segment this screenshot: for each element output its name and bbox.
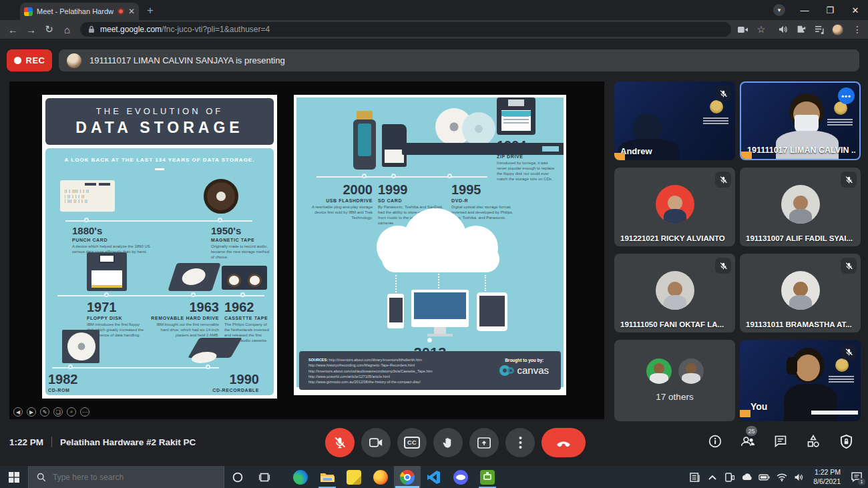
window-close-button[interactable]: ✕ bbox=[843, 0, 868, 20]
wifi-icon[interactable] bbox=[776, 471, 787, 483]
tablet-icon bbox=[477, 292, 507, 331]
captions-button[interactable]: CC bbox=[397, 428, 427, 457]
tray-clock[interactable]: 1:22 PM 8/6/2021 bbox=[811, 468, 843, 485]
battery-icon[interactable] bbox=[758, 471, 770, 483]
timeline-entry: 1963 REMOVABLE HARD DRIVE IBM brought ou… bbox=[150, 300, 219, 338]
virtual-bg-crest bbox=[835, 358, 849, 372]
display-cast-icon[interactable] bbox=[724, 471, 735, 483]
taskbar-app-firefox[interactable] bbox=[367, 466, 394, 488]
home-button[interactable]: ⌂ bbox=[58, 24, 76, 35]
participant-tile-andrew[interactable]: Andrew bbox=[614, 81, 735, 160]
taskbar-app-chrome[interactable] bbox=[394, 466, 421, 488]
news-widget-icon[interactable] bbox=[689, 471, 700, 483]
screen-recorder-icon bbox=[480, 470, 495, 485]
participant-tile-others[interactable]: 17 others bbox=[614, 340, 735, 421]
participant-tile-alif[interactable]: 191131007 ALIF FADIL SYAI... bbox=[740, 168, 861, 246]
participant-tile-ricky[interactable]: 191221021 RICKY ALVIANTO bbox=[614, 168, 735, 246]
volume-icon[interactable] bbox=[793, 471, 805, 483]
sticky-notes-icon bbox=[347, 470, 361, 485]
tab-audio-icon[interactable] bbox=[777, 23, 790, 35]
reload-button[interactable]: ↻ bbox=[40, 23, 58, 35]
presentation-controls: ◀ ▶ ✎ ❏ ⌕ ⋯ bbox=[13, 407, 89, 417]
timeline-entry: 1982 CD-ROM Sony and Philips were the fi… bbox=[48, 373, 125, 395]
avatar bbox=[656, 185, 694, 224]
infographic-title-line2: DATA STORAGE bbox=[75, 119, 243, 137]
search-input[interactable] bbox=[53, 473, 200, 482]
media-controls-icon[interactable] bbox=[813, 23, 826, 35]
chat-button[interactable] bbox=[773, 434, 788, 449]
mic-off-icon bbox=[715, 85, 731, 101]
shared-screen[interactable]: THE EVOLUTION OF DATA STORAGE A LOOK BAC… bbox=[9, 81, 604, 419]
browser-tab[interactable]: Meet - Pelatihan Hardware # ✕ bbox=[20, 3, 139, 20]
taskbar-search[interactable] bbox=[28, 466, 224, 488]
host-controls-button[interactable] bbox=[839, 434, 853, 449]
taskbar-app-explorer[interactable] bbox=[314, 466, 341, 488]
address-bar[interactable]: meet.google.com/fnc-juco-vti?pli=1&authu… bbox=[80, 22, 731, 37]
pen-tool-button[interactable]: ✎ bbox=[40, 407, 49, 417]
browser-titlebar: Meet - Pelatihan Hardware # ✕ + ▾ — ❐ ✕ bbox=[0, 0, 868, 20]
browser-menu-icon[interactable]: ⋮ bbox=[851, 23, 864, 35]
more-tools-button[interactable]: ⋯ bbox=[80, 407, 89, 417]
participant-tile-fani[interactable]: 191111050 FANI OKTAF LA... bbox=[614, 254, 735, 332]
tab-search-button[interactable]: ▾ bbox=[767, 0, 792, 20]
onedrive-icon[interactable] bbox=[741, 471, 752, 483]
tile-options-button[interactable]: ••• bbox=[838, 87, 855, 104]
taskbar-app-discord[interactable] bbox=[447, 466, 474, 488]
tab-close-icon[interactable]: ✕ bbox=[128, 7, 135, 16]
extensions-icon[interactable] bbox=[795, 23, 808, 35]
cortana-button[interactable] bbox=[224, 466, 251, 488]
bookmark-star-icon[interactable]: ☆ bbox=[754, 23, 768, 35]
start-button[interactable] bbox=[0, 466, 28, 488]
present-screen-button[interactable] bbox=[469, 428, 499, 457]
notification-count-badge: 1 bbox=[858, 478, 865, 485]
window-minimize-button[interactable]: — bbox=[792, 0, 817, 20]
edge-icon bbox=[293, 470, 308, 485]
meeting-time: 1:22 PM bbox=[9, 437, 43, 447]
meet-favicon bbox=[24, 7, 33, 16]
window-maximize-button[interactable]: ❐ bbox=[817, 0, 843, 20]
profile-avatar[interactable] bbox=[831, 23, 844, 35]
more-options-button[interactable] bbox=[505, 428, 535, 457]
slide-overview-button[interactable]: ❏ bbox=[53, 407, 63, 417]
infographic-title-box: THE EVOLUTION OF DATA STORAGE bbox=[45, 98, 274, 145]
cloud-link-line bbox=[438, 274, 439, 288]
back-button[interactable]: ← bbox=[4, 24, 22, 35]
tab-camera-in-use-icon[interactable] bbox=[736, 23, 749, 35]
participant-tile-you[interactable]: You bbox=[740, 340, 861, 421]
zoom-tool-button[interactable]: ⌕ bbox=[67, 407, 76, 417]
call-controls: CC bbox=[325, 428, 586, 457]
prev-slide-button[interactable]: ◀ bbox=[13, 407, 23, 417]
camera-toggle-button[interactable] bbox=[361, 428, 391, 457]
next-slide-button[interactable]: ▶ bbox=[27, 407, 36, 417]
hidden-icons-chevron[interactable] bbox=[706, 471, 718, 483]
task-view-button[interactable] bbox=[251, 466, 278, 488]
end-call-button[interactable] bbox=[541, 428, 586, 457]
participant-name: 191131011 BRAMASTHA AT... bbox=[746, 320, 857, 328]
mic-off-icon bbox=[715, 172, 731, 188]
raise-hand-button[interactable] bbox=[433, 428, 463, 457]
taskbar-app-edge[interactable] bbox=[287, 466, 314, 488]
participant-name: 191221021 RICKY ALVIANTO bbox=[620, 234, 731, 242]
cloud-icon bbox=[382, 246, 499, 272]
taskbar-app-stickynotes[interactable] bbox=[341, 466, 367, 488]
new-tab-button[interactable]: + bbox=[147, 4, 154, 17]
infographic-sources-footer: SOURCES: http://inventors.about.com/libr… bbox=[299, 351, 561, 390]
participant-tile-bramastha[interactable]: 191131011 BRAMASTHA AT... bbox=[740, 254, 861, 332]
participants-button[interactable]: 25 bbox=[740, 434, 755, 449]
cd-drive-icon bbox=[188, 338, 242, 358]
action-center-button[interactable]: 1 bbox=[849, 470, 864, 485]
mic-toggle-button[interactable] bbox=[325, 428, 355, 457]
tab-recording-icon bbox=[118, 8, 124, 15]
participants-count-badge: 25 bbox=[746, 426, 757, 436]
punch-card-icon: || | |||| | | ||| || | | | ||| ||| || | … bbox=[60, 180, 115, 212]
timeline-entry: 1880's PUNCH CARD A device which helped … bbox=[72, 226, 159, 254]
floppy-disk-icon bbox=[87, 252, 127, 291]
sources-list: SOURCES: http://inventors.about.com/libr… bbox=[308, 357, 469, 385]
participant-tile-liman[interactable]: ••• 191111017 LIMAN CALVIN ... bbox=[740, 81, 861, 160]
activities-button[interactable] bbox=[806, 434, 821, 449]
taskbar-app-vscode[interactable] bbox=[421, 466, 447, 488]
forward-button[interactable]: → bbox=[22, 24, 40, 35]
taskbar-app-screenrecorder[interactable] bbox=[474, 466, 501, 488]
meeting-side-controls: 25 bbox=[708, 434, 853, 449]
meeting-details-button[interactable] bbox=[708, 434, 722, 449]
